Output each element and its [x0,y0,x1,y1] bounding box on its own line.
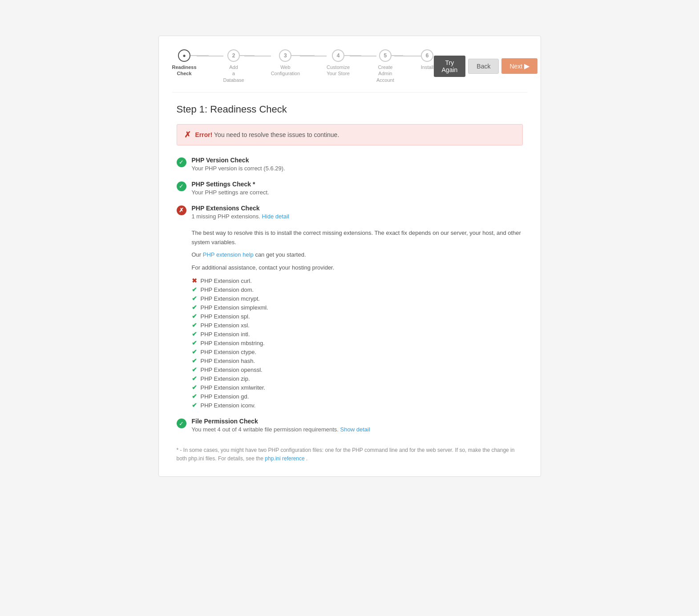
ext-success-icon: ✔ [192,402,197,409]
step-item-1: ● ReadinessCheck [172,49,197,77]
hide-detail-link[interactable]: Hide detail [262,213,289,220]
ext-name: PHP Extension hash. [201,358,255,364]
footer-note-end: . [306,455,307,462]
extension-list-item: ✖PHP Extension curl. [192,277,523,284]
step-label-1: ReadinessCheck [172,64,197,77]
php-settings-success-icon: ✓ [177,181,186,191]
step-item-6: 6 Install [421,49,434,70]
php-extensions-error-icon: ✗ [177,205,186,215]
extension-list-item: ✔PHP Extension dom. [192,286,523,293]
footer-note: * - In some cases, you might have two PH… [177,446,523,463]
show-detail-link[interactable]: Show detail [340,426,370,433]
step-item-4: 4 CustomizeYour Store [327,49,350,77]
ext-success-icon: ✔ [192,393,197,400]
error-text: Error! You need to resolve these issues … [195,131,339,138]
step-item-3: 3 WebConfiguration [271,49,300,77]
ext-error-icon: ✖ [192,277,197,284]
step-label-6: Install [421,64,434,70]
php-extensions-desc: 1 missing PHP extensions. Hide detail [192,213,289,220]
step-label-3: WebConfiguration [271,64,300,77]
ext-name: PHP Extension xmlwriter. [201,384,266,391]
ext-name: PHP Extension zip. [201,375,250,382]
ext-detail-text1: The best way to resolve this is to insta… [192,229,523,247]
ext-success-icon: ✔ [192,348,197,355]
wizard-header: ● ReadinessCheck 2 Adda Database 3 WebCo… [172,49,527,93]
file-permission-success-icon: ✓ [177,419,186,428]
extension-list-item: ✔PHP Extension xsl. [192,322,523,329]
wizard-buttons: Try Again Back Next ▶ [434,56,538,77]
file-permission-desc: You meet 4 out of 4 writable file permis… [192,426,370,433]
try-again-button[interactable]: Try Again [434,56,466,77]
ext-name: PHP Extension simplexml. [201,304,268,311]
ext-success-icon: ✔ [192,375,197,382]
extension-list-item: ✔PHP Extension spl. [192,313,523,320]
next-button[interactable]: Next ▶ [501,58,537,74]
ext-success-icon: ✔ [192,313,197,320]
page-wrapper: ● ReadinessCheck 2 Adda Database 3 WebCo… [158,36,541,477]
step-item-5: 5 CreateAdmin Account [376,49,394,83]
extension-list-item: ✔PHP Extension xmlwriter. [192,384,523,391]
php-extensions-check: ✗ PHP Extensions Check 1 missing PHP ext… [177,205,523,220]
php-extension-help-link[interactable]: PHP extension help [203,251,254,258]
ext-name: PHP Extension intl. [201,331,250,338]
ext-success-icon: ✔ [192,357,197,364]
step-label-4: CustomizeYour Store [327,64,350,77]
extension-list-item: ✔PHP Extension ctype. [192,348,523,355]
php-extensions-title: PHP Extensions Check [192,205,289,212]
ext-success-icon: ✔ [192,295,197,302]
next-arrow-icon: ▶ [524,62,529,70]
extension-list-item: ✔PHP Extension intl. [192,330,523,338]
step-label-5: CreateAdmin Account [376,64,394,83]
ext-name: PHP Extension ctype. [201,349,257,355]
php-version-title: PHP Version Check [192,157,285,164]
extension-list-item: ✔PHP Extension iconv. [192,402,523,409]
next-label: Next [509,63,522,70]
step-circle-2: 2 [227,49,240,62]
php-settings-content: PHP Settings Check * Your PHP settings a… [192,181,269,196]
ext-success-icon: ✔ [192,286,197,293]
extension-list-item: ✔PHP Extension gd. [192,393,523,400]
step-circle-4: 4 [332,49,344,62]
back-button[interactable]: Back [468,59,499,74]
step-item-2: 2 Adda Database [223,49,244,83]
php-settings-title: PHP Settings Check * [192,181,269,188]
error-label: Error! [195,131,213,138]
ext-name: PHP Extension spl. [201,313,250,320]
ext-success-icon: ✔ [192,339,197,346]
ext-name: PHP Extension curl. [201,278,252,284]
file-permission-check: ✓ File Permission Check You meet 4 out o… [177,418,523,433]
error-x-icon: ✗ [184,130,191,140]
php-version-desc: Your PHP version is correct (5.6.29). [192,165,285,172]
php-version-check: ✓ PHP Version Check Your PHP version is … [177,157,523,172]
file-permission-content: File Permission Check You meet 4 out of … [192,418,370,433]
ext-name: PHP Extension iconv. [201,402,256,409]
php-settings-check: ✓ PHP Settings Check * Your PHP settings… [177,181,523,196]
extension-list-item: ✔PHP Extension mbstring. [192,339,523,346]
file-permission-title: File Permission Check [192,418,370,425]
extension-list: ✖PHP Extension curl.✔PHP Extension dom.✔… [192,277,523,409]
extension-detail: The best way to resolve this is to insta… [192,229,523,409]
step-circle-3: 3 [279,49,291,62]
ext-success-icon: ✔ [192,330,197,338]
page-title: Step 1: Readiness Check [177,104,523,115]
php-version-content: PHP Version Check Your PHP version is co… [192,157,285,172]
php-extensions-content: PHP Extensions Check 1 missing PHP exten… [192,205,289,220]
main-content: Step 1: Readiness Check ✗ Error! You nee… [172,104,527,463]
step-circle-6: 6 [421,49,433,62]
extension-list-item: ✔PHP Extension simplexml. [192,304,523,311]
step-circle-5: 5 [379,49,392,62]
ext-name: PHP Extension dom. [201,286,254,293]
wizard-steps: ● ReadinessCheck 2 Adda Database 3 WebCo… [172,49,434,83]
ext-name: PHP Extension gd. [201,393,249,400]
ext-detail-text4: For additional assistance, contact your … [192,263,523,273]
error-message: You need to resolve these issues to cont… [214,131,339,138]
ext-name: PHP Extension mcrypt. [201,295,260,302]
ext-name: PHP Extension xsl. [201,322,250,329]
ext-name: PHP Extension openssl. [201,366,263,373]
phpini-reference-link[interactable]: php.ini reference [265,455,304,462]
php-settings-desc: Your PHP settings are correct. [192,189,269,196]
php-version-success-icon: ✓ [177,157,186,167]
extension-list-item: ✔PHP Extension hash. [192,357,523,364]
ext-detail-text2: Our PHP extension help can get you start… [192,250,523,260]
extension-list-item: ✔PHP Extension openssl. [192,366,523,373]
